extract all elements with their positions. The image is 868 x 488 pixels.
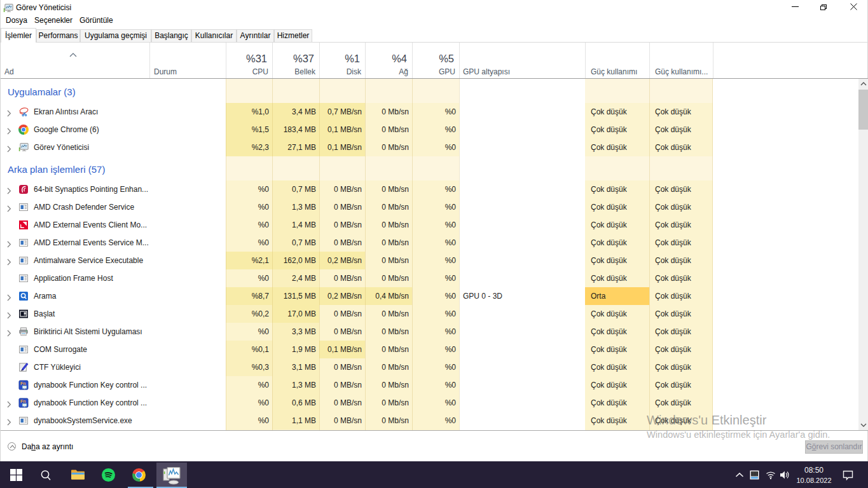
svg-text:Fn: Fn [20, 381, 26, 386]
svg-text:Fn: Fn [20, 399, 26, 403]
